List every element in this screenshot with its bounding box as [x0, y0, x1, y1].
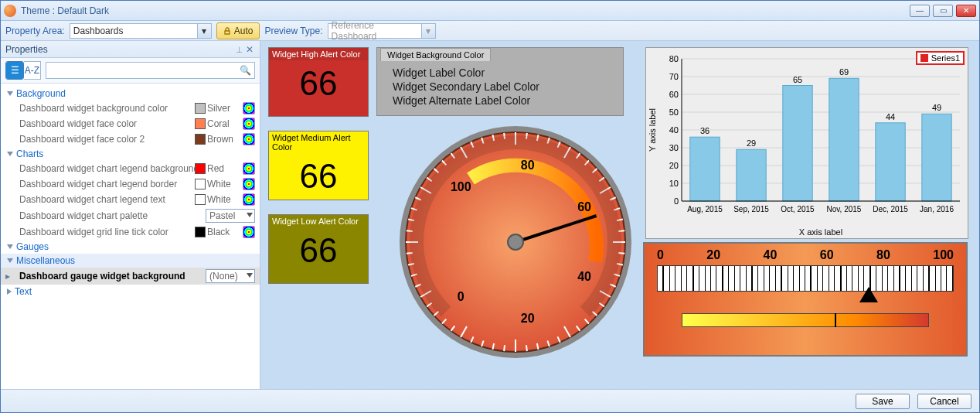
color-picker-icon[interactable]: [243, 162, 255, 175]
svg-text:60: 60: [669, 90, 679, 99]
svg-text:29: 29: [747, 138, 756, 148]
svg-text:X axis label: X axis label: [799, 227, 842, 237]
svg-text:20: 20: [521, 312, 535, 325]
chevron-down-icon: ▾: [197, 24, 211, 38]
properties-header: Properties ⟂ ✕: [1, 41, 260, 58]
legend-label: Series1: [931, 53, 960, 63]
prop-row[interactable]: Dashboard widget grid line tick colorBla…: [1, 224, 260, 240]
properties-tree[interactable]: Background Dashboard widget background c…: [1, 84, 260, 389]
sort-az-button[interactable]: A-Z: [24, 61, 41, 80]
group-background[interactable]: Background: [1, 87, 260, 101]
lock-icon: [223, 27, 231, 35]
prop-row[interactable]: Dashboard widget chart legend borderWhit…: [1, 176, 260, 192]
color-picker-icon[interactable]: [243, 226, 255, 238]
prop-row[interactable]: Dashboard widget face color 2Brown: [1, 131, 260, 147]
preview-area: Widget High Alert Color 66 Widget Medium…: [260, 41, 979, 389]
svg-text:10: 10: [669, 179, 679, 188]
color-swatch: [195, 103, 206, 114]
prop-row[interactable]: Dashboard widget background colorSilver: [1, 101, 260, 116]
minimize-button[interactable]: —: [910, 5, 930, 17]
svg-rect-88: [690, 137, 720, 201]
group-gauges[interactable]: Gauges: [1, 240, 260, 254]
color-picker-icon[interactable]: [243, 102, 255, 114]
color-swatch: [195, 227, 206, 237]
chevron-right-icon: ▸: [5, 271, 10, 282]
toolbar: Property Area: Dashboards ▾ Auto Preview…: [1, 21, 979, 41]
svg-point-69: [508, 234, 523, 250]
prop-row[interactable]: Dashboard widget chart legend textWhite: [1, 192, 260, 207]
pin-icon[interactable]: ⟂: [233, 44, 244, 55]
preview-type-label: Preview Type:: [264, 26, 322, 36]
chevron-down-icon: ▾: [421, 24, 435, 38]
svg-text:80: 80: [669, 54, 679, 63]
linear-gauge-pointer: [859, 287, 878, 302]
svg-text:70: 70: [669, 72, 679, 81]
widget-medium-alert: Widget Medium Alert Color 66: [268, 131, 369, 200]
app-icon: [4, 5, 16, 17]
palette-dropdown[interactable]: Pastel: [206, 209, 255, 223]
widget-title: Widget Low Alert Color: [269, 215, 368, 227]
footer: Save Cancel: [1, 389, 979, 412]
group-charts[interactable]: Charts: [1, 147, 260, 161]
svg-text:36: 36: [700, 126, 709, 135]
properties-title: Properties: [5, 44, 48, 55]
widget-high-alert: Widget High Alert Color 66: [268, 47, 369, 117]
maximize-button[interactable]: ▭: [933, 5, 953, 17]
gauge-bg-dropdown[interactable]: (None): [206, 269, 255, 283]
preview-type-value: Reference Dashboard: [332, 20, 421, 42]
properties-panel: Properties ⟂ ✕ ☰ A-Z 🔍 Background Dashbo…: [1, 41, 260, 389]
property-area-label: Property Area:: [5, 26, 65, 36]
widget-title: Widget High Alert Color: [269, 48, 368, 60]
svg-rect-103: [922, 114, 951, 201]
svg-text:Jan, 2016: Jan, 2016: [920, 205, 954, 213]
color-picker-icon[interactable]: [243, 193, 255, 206]
prop-row[interactable]: Dashboard widget chart legend background…: [1, 161, 260, 176]
label-color: Widget Label Color: [393, 66, 607, 80]
svg-rect-97: [829, 78, 859, 201]
property-area-value: Dashboards: [73, 26, 124, 36]
tab-background[interactable]: Widget Background Color: [380, 48, 491, 61]
linear-gauge-labels: 0 20 40 60 80 100: [645, 244, 966, 262]
color-picker-icon[interactable]: [243, 133, 255, 145]
close-panel-icon[interactable]: ✕: [244, 44, 255, 55]
save-button[interactable]: Save: [856, 394, 910, 409]
close-button[interactable]: ✕: [956, 5, 976, 17]
group-misc[interactable]: Miscellaneous: [1, 254, 260, 268]
svg-text:Oct, 2015: Oct, 2015: [781, 205, 815, 213]
color-swatch: [195, 194, 206, 205]
sort-toggles: ☰: [5, 61, 24, 80]
prop-row[interactable]: Dashboard widget face colorCoral: [1, 116, 260, 131]
prop-row-selected[interactable]: ▸ Dashboard gauge widget background (Non…: [1, 268, 260, 285]
svg-rect-94: [783, 86, 812, 202]
preview-type-combo[interactable]: Reference Dashboard ▾: [328, 23, 436, 39]
color-picker-icon[interactable]: [243, 118, 255, 130]
titlebar: Theme : Default Dark — ▭ ✕: [1, 1, 979, 21]
svg-text:60: 60: [577, 200, 591, 213]
widget-value: 66: [269, 227, 368, 274]
cancel-button[interactable]: Cancel: [917, 394, 971, 409]
sort-grouped-button[interactable]: ☰: [6, 62, 23, 79]
bar-chart: Series1 0102030405060708036Aug, 201529Se…: [645, 47, 968, 239]
properties-searchbar: ☰ A-Z 🔍: [1, 58, 260, 84]
widget-value: 66: [269, 60, 368, 107]
svg-text:20: 20: [669, 161, 679, 170]
prop-row[interactable]: Dashboard widget chart palettePastel: [1, 207, 260, 224]
color-swatch: [195, 179, 206, 189]
svg-line-31: [526, 345, 527, 351]
widget-low-alert: Widget Low Alert Color 66: [268, 214, 369, 284]
app-window: Theme : Default Dark — ▭ ✕ Property Area…: [0, 0, 980, 413]
svg-text:100: 100: [451, 180, 471, 193]
auto-button[interactable]: Auto: [216, 22, 260, 39]
search-input[interactable]: 🔍: [46, 62, 255, 79]
svg-rect-100: [876, 123, 905, 201]
legend-swatch: [920, 54, 928, 62]
svg-text:50: 50: [669, 108, 679, 117]
group-text[interactable]: Text: [1, 285, 260, 299]
linear-gauge-ticks: [657, 265, 954, 292]
color-swatch: [195, 163, 206, 174]
svg-text:65: 65: [793, 75, 802, 84]
color-picker-icon[interactable]: [243, 178, 255, 190]
linear-gauge-bar: [682, 313, 929, 327]
property-area-combo[interactable]: Dashboards ▾: [70, 23, 212, 39]
alternate-label-color: Widget Alternate Label Color: [393, 94, 607, 108]
